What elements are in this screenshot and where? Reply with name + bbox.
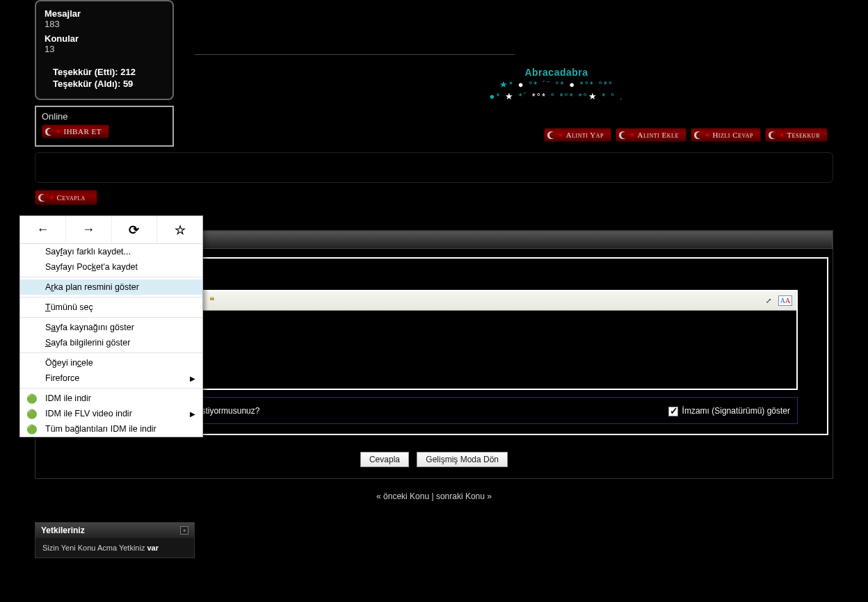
- star-icon: ★: [49, 194, 55, 201]
- ctx-idm-all[interactable]: 🟢Tüm bağlantıları IDM ile indir: [20, 421, 202, 437]
- nav-reload-button[interactable]: ⟳: [112, 216, 158, 243]
- nav-forward-button[interactable]: →: [66, 216, 112, 243]
- signature-decoration-2: ●* ★ *´ *°* ° *°* *°★ * ° .: [306, 91, 807, 101]
- crescent-icon: [38, 194, 46, 202]
- topics-value: 13: [45, 44, 164, 54]
- ctx-save-pocket[interactable]: Sayfayı Pocket'a kaydet: [20, 259, 202, 275]
- quote-button-label: Alinti Yap: [566, 131, 604, 139]
- thanks-button[interactable]: ★Tesekkur: [765, 128, 828, 142]
- star-icon: ★: [558, 131, 564, 138]
- reply-button-label: Cevapla: [57, 193, 86, 202]
- user-stats-box: Mesajlar 183 Konular 13 Teşekkür (Etti):…: [35, 0, 174, 100]
- nav-bookmark-button[interactable]: ☆: [157, 216, 202, 243]
- browser-context-menu: ← → ⟳ ☆ Sayfayı farklı kaydet... Sayfayı…: [19, 215, 203, 437]
- show-signature-checkbox[interactable]: İmzamı (Signatürümü) göster: [668, 406, 790, 416]
- star-icon: ★: [629, 131, 636, 138]
- thanks-given: Teşekkür (Etti): 212: [53, 67, 164, 77]
- star-icon: ★: [779, 131, 785, 138]
- add-quote-button[interactable]: ★Alinti Ekle: [616, 128, 686, 142]
- star-icon: ★: [705, 131, 711, 138]
- show-signature-label: İmzamı (Signatürümü) göster: [682, 406, 790, 416]
- crescent-icon: [45, 128, 53, 136]
- permissions-title: Yetkileriniz: [41, 526, 85, 535]
- reply-button[interactable]: ★Cevapla: [35, 190, 97, 205]
- crescent-icon: [694, 131, 702, 139]
- collapse-icon[interactable]: ▫: [180, 526, 188, 535]
- signature-title: Abracadabra: [306, 67, 807, 78]
- report-button[interactable]: ★ IHBAR ET: [42, 124, 109, 138]
- ctx-page-info[interactable]: Sayfa bilgilerini göster: [20, 335, 202, 350]
- context-nav-bar: ← → ⟳ ☆: [20, 216, 202, 244]
- post-actions-bar: ★Alinti Yap ★Alinti Ekle ★Hizli Cevap ★T…: [544, 128, 828, 142]
- online-status-box: Online ★ IHBAR ET: [35, 106, 174, 147]
- quote-insert-button[interactable]: ❝: [204, 293, 220, 309]
- next-topic-link[interactable]: sonraki Konu: [436, 491, 485, 501]
- messages-value: 183: [45, 19, 164, 29]
- crescent-icon: [769, 131, 776, 139]
- idm-icon: 🟢: [26, 392, 38, 405]
- crescent-icon: [547, 131, 555, 139]
- idm-icon: 🟢: [26, 423, 38, 435]
- nav-separator: |: [431, 491, 433, 501]
- online-status: Online: [42, 111, 167, 122]
- ctx-show-bg-image[interactable]: Arka plan resmini göster: [20, 279, 202, 295]
- add-quote-button-label: Alinti Ekle: [638, 131, 679, 139]
- idm-icon: 🟢: [26, 407, 38, 420]
- perm-line-1-text: Sizin Yeni Konu Acma Yetkiniz: [42, 544, 145, 552]
- switch-mode-button[interactable]: AA: [778, 293, 793, 309]
- prev-symbol: «: [376, 491, 381, 501]
- quick-reply-button-label: Hizli Cevap: [712, 131, 753, 139]
- thanks-received: Teşekkür (Aldı): 59: [53, 79, 164, 89]
- ctx-select-all[interactable]: Tümünü seç: [20, 300, 202, 315]
- expand-button[interactable]: ⤢: [761, 293, 776, 309]
- ctx-view-source[interactable]: Sayfa kaynağını göster: [20, 320, 202, 335]
- signature-block: Abracadabra ★* ● °* ´¨ °* ● *°* °*° ●* ★…: [306, 67, 807, 101]
- crescent-icon: [619, 131, 627, 139]
- perm-line-1-value: var: [147, 544, 159, 552]
- signature-decoration: ★* ● °* ´¨ °* ● *°* °*°: [306, 79, 807, 90]
- quote-button[interactable]: ★Alinti Yap: [544, 128, 611, 142]
- topics-label: Konular: [45, 33, 164, 44]
- next-symbol: »: [487, 491, 492, 501]
- thanks-button-label: Tesekkur: [787, 131, 820, 139]
- ctx-fireforce[interactable]: Fireforce▶: [20, 371, 202, 386]
- report-button-label: IHBAR ET: [64, 127, 102, 136]
- advanced-mode-button[interactable]: Gelişmiş Moda Dön: [417, 452, 508, 467]
- quick-reply-button[interactable]: ★Hizli Cevap: [691, 128, 761, 142]
- signature-divider: [195, 54, 515, 55]
- permissions-box: Yetkileriniz ▫ Sizin Yeni Konu Acma Yetk…: [35, 522, 195, 558]
- messages-label: Mesajlar: [45, 8, 164, 19]
- prev-topic-link[interactable]: önceki Konu: [383, 491, 429, 501]
- submit-reply-button[interactable]: Cevapla: [360, 452, 409, 467]
- nav-back-button[interactable]: ←: [20, 216, 66, 243]
- star-icon: ★: [56, 128, 62, 135]
- ctx-inspect[interactable]: Öğeyi incele: [20, 355, 202, 371]
- topic-navigation: « önceki Konu | sonraki Konu »: [35, 491, 833, 501]
- ctx-save-as[interactable]: Sayfayı farklı kaydet...: [20, 244, 202, 259]
- post-footer-bar: [35, 152, 833, 183]
- ctx-idm-flv[interactable]: 🟢IDM ile FLV video indir▶: [20, 406, 202, 421]
- submenu-arrow-icon: ▶: [190, 375, 195, 382]
- ctx-idm-download[interactable]: 🟢IDM ile indir: [20, 391, 202, 406]
- submenu-arrow-icon: ▶: [190, 410, 195, 418]
